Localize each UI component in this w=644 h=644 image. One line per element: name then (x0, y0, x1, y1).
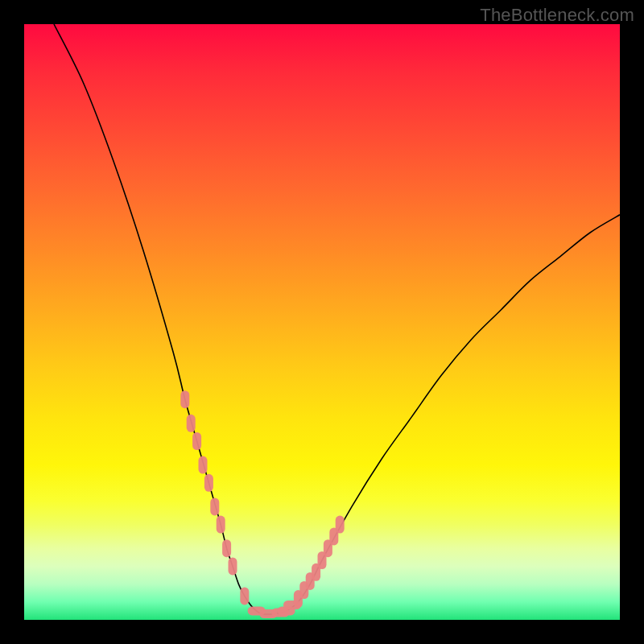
overlay-markers (180, 390, 344, 618)
overlay-pill (336, 516, 345, 534)
chart-root: TheBottleneck.com (0, 0, 644, 644)
overlay-pill (222, 539, 231, 557)
overlay-pill (180, 390, 189, 408)
overlay-pill (199, 456, 208, 474)
overlay-pill (192, 432, 201, 450)
overlay-pill (204, 474, 213, 492)
overlay-pill (240, 587, 249, 605)
overlay-pill (210, 497, 219, 515)
overlay-pill (187, 415, 196, 432)
plot-area (24, 24, 620, 620)
chart-svg (24, 24, 620, 620)
overlay-pill (229, 557, 237, 575)
watermark-text: TheBottleneck.com (480, 5, 634, 26)
overlay-pill (217, 516, 225, 534)
